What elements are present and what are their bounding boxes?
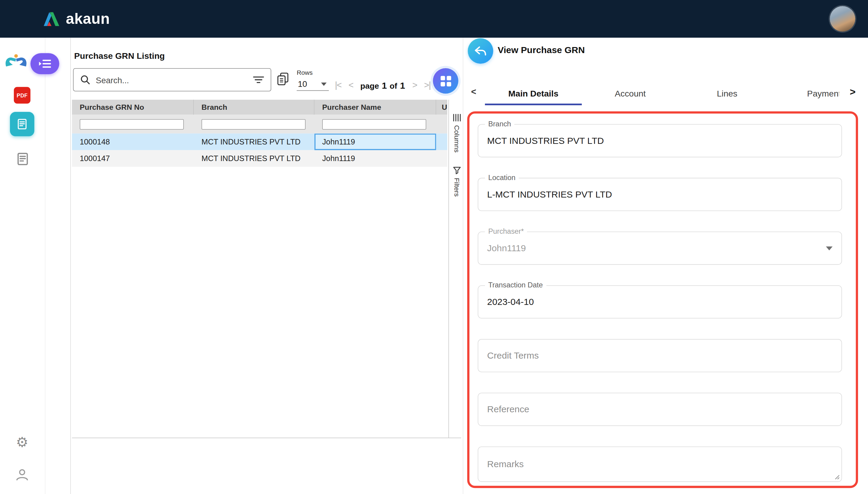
gear-icon: ⚙	[16, 434, 28, 450]
purchase-grn-table: Purchase GRN No Branch Purchaser Name Up…	[72, 100, 447, 167]
field-value: 2023-04-10	[487, 297, 534, 307]
resize-handle-icon[interactable]	[834, 474, 840, 479]
grid-view-button[interactable]	[433, 68, 458, 94]
sidebar-item-listing[interactable]	[15, 151, 31, 167]
last-page-button[interactable]: >|	[424, 80, 430, 90]
cell-grn-no[interactable]: 1000147	[72, 150, 194, 167]
column-header-grn-no[interactable]: Purchase GRN No	[72, 100, 194, 115]
filters-label: Filters	[453, 178, 460, 197]
table-header-row: Purchase GRN No Branch Purchaser Name Up	[72, 100, 447, 115]
back-arrow-icon	[474, 45, 487, 57]
filter-input-purchaser[interactable]	[322, 119, 426, 129]
sidebar-collapse-button[interactable]	[31, 53, 59, 74]
dropdown-caret-icon[interactable]	[826, 246, 832, 250]
user-avatar[interactable]	[830, 6, 855, 31]
copy-pages-icon	[276, 72, 290, 87]
field-branch[interactable]: Branch MCT INDUSTRIES PVT LTD	[478, 124, 842, 157]
sidebar-item-purchase-grn-active[interactable]	[10, 112, 34, 136]
table-row[interactable]: 1000147 MCT INDUSTRIES PVT LTD John1119	[72, 150, 447, 167]
table-row[interactable]: 1000148 MCT INDUSTRIES PVT LTD John1119	[72, 134, 447, 150]
detail-tabbar: < Main Details Account Lines Payment >	[463, 82, 868, 105]
rows-per-page-select[interactable]: 10	[297, 77, 329, 91]
table-bottom-border	[72, 438, 461, 438]
page-title: Purchase GRN Listing	[74, 51, 165, 61]
prev-page-button[interactable]: <	[349, 80, 353, 90]
pagination: |< < page 1 of 1 > >|	[335, 76, 430, 94]
rows-value: 10	[298, 79, 307, 89]
filter-list-button[interactable]	[253, 76, 264, 84]
field-value: John1119	[487, 243, 526, 253]
columns-toggle[interactable]: Columns	[451, 114, 462, 153]
field-purchaser[interactable]: Purchaser* John1119	[478, 232, 842, 265]
cell-grn-no[interactable]: 1000148	[72, 134, 194, 150]
search-icon	[80, 75, 90, 85]
next-page-button[interactable]: >	[412, 80, 417, 90]
tabs-scroll-right-button[interactable]: >	[846, 87, 855, 98]
field-placeholder: Remarks	[487, 459, 524, 470]
search-input[interactable]	[95, 75, 249, 85]
app: akaun PDF	[0, 0, 868, 494]
field-label: Location	[485, 173, 519, 182]
tab-lines[interactable]: Lines	[679, 82, 775, 105]
document-outline-icon	[15, 152, 30, 166]
duplicate-report-button[interactable]	[276, 72, 291, 88]
field-credit-terms[interactable]: Credit Terms	[478, 339, 842, 372]
sidebar-item-pdf[interactable]: PDF	[13, 87, 31, 104]
field-placeholder: Credit Terms	[487, 350, 538, 361]
field-label: Transaction Date	[485, 281, 546, 289]
page-indicator: page 1 of 1	[360, 80, 405, 91]
menu-collapse-icon	[39, 59, 51, 68]
field-remarks[interactable]: Remarks	[478, 446, 842, 482]
first-page-button[interactable]: |<	[335, 80, 341, 90]
cell-branch[interactable]: MCT INDUSTRIES PVT LTD	[194, 134, 314, 150]
filters-toggle[interactable]: Filters	[451, 166, 462, 197]
filter-lines-icon	[253, 76, 264, 84]
columns-icon	[452, 114, 461, 122]
cell-updated[interactable]	[436, 150, 447, 167]
table-right-border	[449, 100, 449, 438]
cell-purchaser-selected[interactable]: John1119	[314, 134, 436, 150]
columns-label: Columns	[453, 125, 460, 153]
detail-title: View Purchase GRN	[498, 45, 585, 56]
field-value: L-MCT INDUSTRIES PVT LTD	[487, 189, 612, 200]
tabs-scroll-left-button[interactable]: <	[471, 87, 476, 97]
table-filter-row	[72, 115, 447, 133]
field-label: Purchaser*	[485, 227, 527, 235]
view-purchase-grn-panel: View Purchase GRN < Main Details Account…	[463, 38, 868, 494]
brand-logo[interactable]: akaun	[42, 0, 110, 38]
filter-input-branch[interactable]	[202, 119, 305, 129]
brand-name: akaun	[66, 10, 110, 27]
settings-button[interactable]: ⚙	[13, 433, 31, 451]
tab-payment[interactable]: Payment	[775, 82, 839, 105]
person-icon	[15, 468, 29, 482]
pdf-icon: PDF	[14, 87, 31, 103]
tab-account[interactable]: Account	[582, 82, 678, 105]
field-value: MCT INDUSTRIES PVT LTD	[487, 135, 604, 146]
chevron-down-icon	[321, 82, 327, 86]
cell-purchaser[interactable]: John1119	[314, 150, 436, 167]
field-transaction-date[interactable]: Transaction Date 2023-04-10	[478, 285, 842, 319]
hands-holding-icon	[4, 52, 28, 72]
column-header-branch[interactable]: Branch	[194, 100, 314, 115]
field-reference[interactable]: Reference	[478, 393, 842, 426]
purchase-grn-listing-panel: Purchase GRN Listing	[71, 38, 462, 494]
filter-input-grn-no[interactable]	[80, 119, 183, 129]
rows-label: Rows	[297, 69, 313, 76]
column-header-updated[interactable]: Up	[436, 100, 447, 115]
search-box[interactable]	[73, 68, 271, 91]
back-button[interactable]	[468, 38, 493, 64]
grid-icon	[440, 75, 452, 87]
tab-main-details[interactable]: Main Details	[485, 82, 582, 105]
account-button[interactable]	[14, 467, 31, 483]
cell-updated[interactable]	[436, 134, 447, 150]
cell-branch[interactable]: MCT INDUSTRIES PVT LTD	[194, 150, 314, 167]
field-label: Branch	[485, 120, 514, 128]
column-header-purchaser[interactable]: Purchaser Name	[314, 100, 436, 115]
tabs: Main Details Account Lines Payment	[485, 82, 840, 105]
akaun-logo-icon	[42, 11, 61, 27]
hands-app-icon[interactable]	[3, 50, 28, 74]
field-location[interactable]: Location L-MCT INDUSTRIES PVT LTD	[478, 178, 842, 211]
funnel-icon	[453, 166, 461, 175]
left-sidebar: PDF ⚙	[0, 38, 45, 494]
active-tab-indicator	[485, 103, 582, 105]
